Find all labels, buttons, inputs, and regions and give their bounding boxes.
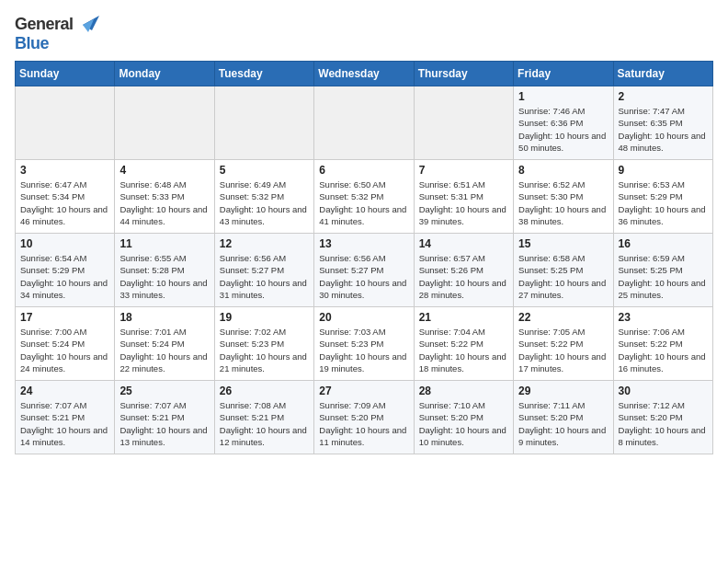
day-number: 16	[619, 237, 708, 250]
day-number: 18	[119, 311, 209, 324]
calendar-day-cell: 16Sunrise: 6:59 AMSunset: 5:25 PMDayligh…	[613, 234, 712, 307]
day-sun-info: Sunrise: 6:59 AMSunset: 5:25 PMDaylight:…	[619, 252, 708, 301]
day-sun-info: Sunrise: 6:49 AMSunset: 5:32 PMDaylight:…	[220, 178, 309, 227]
day-number: 13	[319, 237, 408, 250]
day-sun-info: Sunrise: 7:09 AMSunset: 5:20 PMDaylight:…	[319, 399, 408, 448]
calendar-day-cell: 20Sunrise: 7:03 AMSunset: 5:23 PMDayligh…	[314, 307, 414, 381]
logo-blue-text: Blue	[15, 34, 49, 53]
page-header: General Blue	[15, 15, 713, 53]
calendar-day-cell: 3Sunrise: 6:47 AMSunset: 5:34 PMDaylight…	[16, 160, 115, 234]
day-number: 3	[20, 164, 109, 177]
day-number: 28	[419, 385, 508, 397]
day-sun-info: Sunrise: 7:06 AMSunset: 5:22 PMDaylight:…	[619, 326, 708, 374]
day-number: 27	[319, 385, 408, 397]
calendar-day-cell: 22Sunrise: 7:05 AMSunset: 5:22 PMDayligh…	[514, 307, 613, 381]
logo-general-text: General	[15, 15, 74, 34]
day-sun-info: Sunrise: 7:11 AMSunset: 5:20 PMDaylight:…	[518, 399, 608, 448]
calendar-day-cell: 28Sunrise: 7:10 AMSunset: 5:20 PMDayligh…	[414, 381, 513, 454]
logo-bird-icon	[75, 14, 99, 34]
calendar-day-cell: 24Sunrise: 7:07 AMSunset: 5:21 PMDayligh…	[16, 381, 115, 454]
calendar-day-cell: 6Sunrise: 6:50 AMSunset: 5:32 PMDaylight…	[314, 160, 414, 234]
day-number: 9	[619, 164, 708, 177]
day-number: 17	[20, 311, 109, 324]
calendar-day-cell: 29Sunrise: 7:11 AMSunset: 5:20 PMDayligh…	[514, 381, 613, 454]
day-sun-info: Sunrise: 7:07 AMSunset: 5:21 PMDaylight:…	[20, 399, 109, 448]
calendar-day-cell: 7Sunrise: 6:51 AMSunset: 5:31 PMDaylight…	[414, 160, 513, 234]
day-number: 29	[518, 385, 608, 397]
calendar-day-cell: 18Sunrise: 7:01 AMSunset: 5:24 PMDayligh…	[115, 307, 214, 381]
day-sun-info: Sunrise: 6:56 AMSunset: 5:27 PMDaylight:…	[319, 252, 408, 301]
calendar-week-row: 17Sunrise: 7:00 AMSunset: 5:24 PMDayligh…	[16, 307, 713, 381]
calendar-day-cell	[214, 86, 313, 160]
day-number: 20	[319, 311, 408, 324]
day-number: 12	[220, 237, 309, 250]
day-sun-info: Sunrise: 7:47 AMSunset: 6:35 PMDaylight:…	[619, 105, 708, 154]
day-number: 11	[119, 237, 209, 250]
day-number: 23	[619, 311, 708, 324]
day-sun-info: Sunrise: 6:56 AMSunset: 5:27 PMDaylight:…	[220, 252, 309, 301]
calendar-day-cell: 13Sunrise: 6:56 AMSunset: 5:27 PMDayligh…	[314, 234, 414, 307]
calendar-day-cell: 10Sunrise: 6:54 AMSunset: 5:29 PMDayligh…	[16, 234, 115, 307]
day-of-week-header: Saturday	[613, 62, 712, 86]
calendar-day-cell: 30Sunrise: 7:12 AMSunset: 5:20 PMDayligh…	[613, 381, 712, 454]
day-sun-info: Sunrise: 7:05 AMSunset: 5:22 PMDaylight:…	[518, 326, 608, 374]
day-sun-info: Sunrise: 7:46 AMSunset: 6:36 PMDaylight:…	[518, 105, 608, 154]
calendar-day-cell: 21Sunrise: 7:04 AMSunset: 5:22 PMDayligh…	[414, 307, 513, 381]
calendar-header-row: SundayMondayTuesdayWednesdayThursdayFrid…	[16, 62, 713, 86]
day-sun-info: Sunrise: 7:03 AMSunset: 5:23 PMDaylight:…	[319, 326, 408, 374]
calendar-week-row: 10Sunrise: 6:54 AMSunset: 5:29 PMDayligh…	[16, 234, 713, 307]
calendar-day-cell: 1Sunrise: 7:46 AMSunset: 6:36 PMDaylight…	[514, 86, 613, 160]
day-number: 14	[419, 237, 508, 250]
day-sun-info: Sunrise: 6:47 AMSunset: 5:34 PMDaylight:…	[20, 178, 109, 227]
day-sun-info: Sunrise: 6:48 AMSunset: 5:33 PMDaylight:…	[119, 178, 209, 227]
calendar-day-cell: 17Sunrise: 7:00 AMSunset: 5:24 PMDayligh…	[16, 307, 115, 381]
day-of-week-header: Wednesday	[314, 62, 414, 86]
day-number: 5	[220, 164, 309, 177]
day-sun-info: Sunrise: 7:07 AMSunset: 5:21 PMDaylight:…	[119, 399, 209, 448]
day-sun-info: Sunrise: 7:10 AMSunset: 5:20 PMDaylight:…	[419, 399, 508, 448]
calendar-day-cell: 8Sunrise: 6:52 AMSunset: 5:30 PMDaylight…	[514, 160, 613, 234]
day-number: 1	[518, 90, 608, 103]
day-number: 19	[220, 311, 309, 324]
calendar-day-cell: 27Sunrise: 7:09 AMSunset: 5:20 PMDayligh…	[314, 381, 414, 454]
calendar-week-row: 24Sunrise: 7:07 AMSunset: 5:21 PMDayligh…	[16, 381, 713, 454]
calendar-day-cell	[115, 86, 214, 160]
calendar-day-cell: 9Sunrise: 6:53 AMSunset: 5:29 PMDaylight…	[613, 160, 712, 234]
day-sun-info: Sunrise: 6:54 AMSunset: 5:29 PMDaylight:…	[20, 252, 109, 301]
day-number: 2	[619, 90, 708, 103]
calendar-table: SundayMondayTuesdayWednesdayThursdayFrid…	[15, 61, 713, 454]
day-number: 26	[220, 385, 309, 397]
day-sun-info: Sunrise: 7:00 AMSunset: 5:24 PMDaylight:…	[20, 326, 109, 374]
day-of-week-header: Monday	[115, 62, 214, 86]
day-of-week-header: Friday	[514, 62, 613, 86]
day-sun-info: Sunrise: 6:55 AMSunset: 5:28 PMDaylight:…	[119, 252, 209, 301]
day-number: 30	[619, 385, 708, 397]
calendar-day-cell: 26Sunrise: 7:08 AMSunset: 5:21 PMDayligh…	[214, 381, 313, 454]
day-number: 22	[518, 311, 608, 324]
logo: General Blue	[15, 15, 99, 53]
day-sun-info: Sunrise: 6:53 AMSunset: 5:29 PMDaylight:…	[619, 178, 708, 227]
calendar-day-cell	[314, 86, 414, 160]
day-number: 24	[20, 385, 109, 397]
calendar-week-row: 3Sunrise: 6:47 AMSunset: 5:34 PMDaylight…	[16, 160, 713, 234]
calendar-day-cell: 19Sunrise: 7:02 AMSunset: 5:23 PMDayligh…	[214, 307, 313, 381]
calendar-day-cell: 25Sunrise: 7:07 AMSunset: 5:21 PMDayligh…	[115, 381, 214, 454]
day-number: 25	[119, 385, 209, 397]
day-number: 15	[518, 237, 608, 250]
calendar-day-cell: 15Sunrise: 6:58 AMSunset: 5:25 PMDayligh…	[514, 234, 613, 307]
day-number: 4	[119, 164, 209, 177]
day-sun-info: Sunrise: 7:08 AMSunset: 5:21 PMDaylight:…	[220, 399, 309, 448]
calendar-day-cell: 23Sunrise: 7:06 AMSunset: 5:22 PMDayligh…	[613, 307, 712, 381]
day-of-week-header: Tuesday	[214, 62, 313, 86]
day-number: 6	[319, 164, 408, 177]
calendar-day-cell: 11Sunrise: 6:55 AMSunset: 5:28 PMDayligh…	[115, 234, 214, 307]
day-sun-info: Sunrise: 6:50 AMSunset: 5:32 PMDaylight:…	[319, 178, 408, 227]
calendar-day-cell: 12Sunrise: 6:56 AMSunset: 5:27 PMDayligh…	[214, 234, 313, 307]
calendar-day-cell: 4Sunrise: 6:48 AMSunset: 5:33 PMDaylight…	[115, 160, 214, 234]
day-sun-info: Sunrise: 6:58 AMSunset: 5:25 PMDaylight:…	[518, 252, 608, 301]
day-sun-info: Sunrise: 7:01 AMSunset: 5:24 PMDaylight:…	[119, 326, 209, 374]
calendar-day-cell	[16, 86, 115, 160]
day-number: 7	[419, 164, 508, 177]
day-sun-info: Sunrise: 7:02 AMSunset: 5:23 PMDaylight:…	[220, 326, 309, 374]
day-sun-info: Sunrise: 6:51 AMSunset: 5:31 PMDaylight:…	[419, 178, 508, 227]
